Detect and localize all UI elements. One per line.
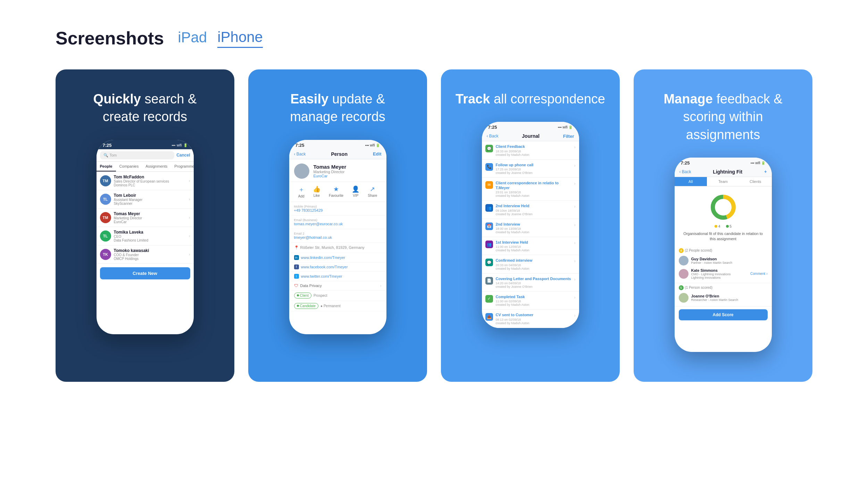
contact-item[interactable]: TM Tom McFaddon Sales Director of Europe… bbox=[97, 172, 194, 190]
journal-item[interactable]: 📄 Covering Letter and Passport Documents… bbox=[482, 274, 579, 292]
action-like[interactable]: 👍 Like bbox=[313, 185, 320, 198]
contact-sub: Marketing Director bbox=[114, 216, 186, 220]
action-favourite[interactable]: ★ Favourite bbox=[329, 185, 343, 198]
mobile-value[interactable]: +49 7830125429 bbox=[294, 208, 382, 212]
journal-content: CV sent to Customer 08:13 on 02/09/18cre… bbox=[496, 312, 571, 325]
tab-people[interactable]: People bbox=[97, 162, 116, 171]
card-person: Easily update &manage records 7:25 ▪▪▪ w… bbox=[248, 69, 427, 382]
contact-sub: COO & Founder bbox=[114, 253, 186, 257]
journal-icon-feedback: 💬 bbox=[485, 145, 493, 152]
journal-item[interactable]: 💬 Confirmed interview 20:33 on 04/09/18c… bbox=[482, 255, 579, 273]
person-role-joanne: Researcher - Aston Martin Search bbox=[691, 298, 738, 302]
candidate-tag-row: Candidate ● Permanent bbox=[289, 301, 386, 311]
journal-title: 2nd Interview Held bbox=[496, 203, 571, 208]
action-favourite-label: Favourite bbox=[329, 194, 343, 197]
journal-icon-cv: 📤 bbox=[485, 313, 493, 321]
privacy-row[interactable]: 🛡 Data Privacy › bbox=[289, 281, 386, 291]
nav-back-scoring[interactable]: ‹ Back bbox=[679, 169, 691, 174]
action-vip[interactable]: 👤 VIP bbox=[352, 185, 359, 198]
journal-item[interactable]: 📞 Follow up phone call 17:25 on 20/09/18… bbox=[482, 160, 579, 178]
chevron-privacy: › bbox=[380, 284, 382, 288]
twitter-row[interactable]: t www.twitter.com/Tmeyer bbox=[289, 272, 386, 281]
action-share[interactable]: ↗ Share bbox=[368, 185, 377, 198]
email-value[interactable]: tomas.meyer@eurocar.co.uk bbox=[294, 222, 382, 226]
chevron-icon: › bbox=[189, 234, 190, 238]
vip-icon: 👤 bbox=[352, 185, 359, 193]
nav-edit-button[interactable]: Edit bbox=[373, 151, 382, 157]
create-new-button[interactable]: Create New bbox=[100, 267, 190, 279]
journal-item[interactable]: ✉ Client correspondence in relatio to T.… bbox=[482, 178, 579, 201]
contact-sub: Assistant Manager bbox=[114, 198, 186, 202]
tab-companies[interactable]: Companies bbox=[116, 162, 142, 171]
contact-sub: CEO bbox=[114, 235, 186, 238]
contact-name: Tom McFaddon bbox=[114, 175, 186, 179]
chevron-icon: › bbox=[574, 145, 576, 150]
tab-assignments[interactable]: Assignments bbox=[142, 162, 171, 171]
cancel-button[interactable]: Cancel bbox=[176, 153, 190, 158]
card-scoring: Manage feedback &scoring within assignme… bbox=[634, 69, 812, 382]
search-input-container[interactable]: 🔍 Tom bbox=[100, 151, 175, 159]
linkedin-row[interactable]: in www.linkedin.com/Tmeyer bbox=[289, 253, 386, 262]
facebook-row[interactable]: f www.facebook.com/Tmeyer bbox=[289, 262, 386, 272]
like-icon: 👍 bbox=[313, 185, 320, 193]
tab-iphone[interactable]: iPhone bbox=[217, 29, 263, 48]
facebook-url: www.facebook.com/Tmeyer bbox=[301, 265, 348, 269]
nav-filter-button[interactable]: Filter bbox=[563, 134, 574, 139]
avatar: TM bbox=[100, 212, 111, 223]
chevron-icon: › bbox=[189, 215, 190, 220]
candidate-sub: ● Permanent bbox=[320, 304, 341, 308]
journal-item[interactable]: 📤 CV sent to Customer 08:13 on 02/09/18c… bbox=[482, 310, 579, 328]
tab-programmes[interactable]: Programmes bbox=[171, 162, 193, 171]
contact-company: OMCP Holdings bbox=[114, 257, 186, 261]
contact-item[interactable]: TK Tomoko kawasaki COO & Founder OMCP Ho… bbox=[97, 245, 194, 264]
contact-info: Tom McFaddon Sales Director of European … bbox=[114, 175, 186, 187]
tab-ipad[interactable]: iPad bbox=[178, 29, 207, 47]
journal-item[interactable]: 👥 1st Interview Held 11:00 on 12/09/18cr… bbox=[482, 237, 579, 255]
contact-info: Tomika Laveka CEO Data Fashions Limited bbox=[114, 230, 186, 242]
status-icons-4: ▪▪▪ wifi 🔋 bbox=[751, 161, 766, 165]
search-value: Tom bbox=[110, 153, 117, 157]
nav-back-journal[interactable]: ‹ Back bbox=[487, 134, 499, 138]
contact-company: Dominos PLC bbox=[114, 183, 186, 187]
journal-item[interactable]: 💬 Client Feedback 18:33 on 20/09/18creat… bbox=[482, 141, 579, 159]
twitter-url: www.twitter.com/Tmeyer bbox=[301, 274, 342, 278]
contact-item[interactable]: TL Tom Leboir Assistant Manager SkyScann… bbox=[97, 190, 194, 209]
journal-icon-interview2-held: 👥 bbox=[485, 204, 493, 212]
score-tab-team[interactable]: Team bbox=[707, 177, 739, 186]
legend-5: 5 bbox=[726, 225, 732, 228]
nav-title-journal: Journal bbox=[522, 133, 540, 139]
journal-title: Client correspondence in relatio to T.Me… bbox=[496, 180, 571, 191]
nav-bar-person: ‹ Back Person Edit bbox=[289, 149, 386, 159]
comment-link[interactable]: Comment › bbox=[750, 272, 767, 276]
person-title: Marketing Director bbox=[314, 170, 347, 174]
linkedin-url: www.linkedin.com/Tmeyer bbox=[301, 255, 345, 260]
journal-meta: 23:01 on 18/09/18created by Maduh Aston bbox=[496, 191, 571, 197]
journal-content: 2nd Interview Held 09:10on 18/09/18creat… bbox=[496, 203, 571, 216]
card-person-heading: Easily update &manage records bbox=[290, 90, 385, 126]
action-add[interactable]: ＋ Add bbox=[298, 185, 304, 198]
search-icon: 🔍 bbox=[103, 153, 108, 158]
journal-meta: 18:00 on 13/09/18created by Maduh Aston bbox=[496, 227, 571, 234]
email2-value[interactable]: tmeyer@hotmail.co.uk bbox=[294, 235, 382, 239]
journal-item[interactable]: 👥 2nd Interview Held 09:10on 18/09/18cre… bbox=[482, 201, 579, 219]
favourite-icon: ★ bbox=[333, 185, 339, 193]
linkedin-icon: in bbox=[294, 255, 299, 260]
chevron-icon: › bbox=[574, 241, 576, 245]
score-tab-clients[interactable]: Clients bbox=[739, 177, 771, 186]
person-avatar bbox=[294, 163, 309, 179]
email2-label: Email 2 bbox=[294, 232, 382, 235]
nav-back-button[interactable]: ‹ Back bbox=[294, 152, 306, 157]
contact-item[interactable]: TL Tomika Laveka CEO Data Fashions Limit… bbox=[97, 227, 194, 245]
avatar: TK bbox=[100, 249, 111, 260]
client-sub: Prospect bbox=[314, 294, 327, 297]
journal-item[interactable]: ✓ Completed Task 11:00 on 02/09/18create… bbox=[482, 292, 579, 310]
contact-name: Tom Leboir bbox=[114, 193, 186, 198]
journal-item[interactable]: 📅 2nd Interview 18:00 on 13/09/18created… bbox=[482, 219, 579, 237]
location-icon: 📍 bbox=[294, 245, 299, 250]
add-score-button[interactable]: Add Score bbox=[679, 309, 768, 320]
phone-scoring: 7:25 ▪▪▪ wifi 🔋 ‹ Back Lightning Fit + A… bbox=[675, 158, 772, 352]
journal-icon-correspondence: ✉ bbox=[485, 181, 493, 189]
contact-item[interactable]: TM Tomas Meyer Marketing Director EuroCa… bbox=[97, 209, 194, 227]
score-tab-all[interactable]: All bbox=[675, 177, 707, 186]
nav-add-button[interactable]: + bbox=[764, 169, 767, 174]
